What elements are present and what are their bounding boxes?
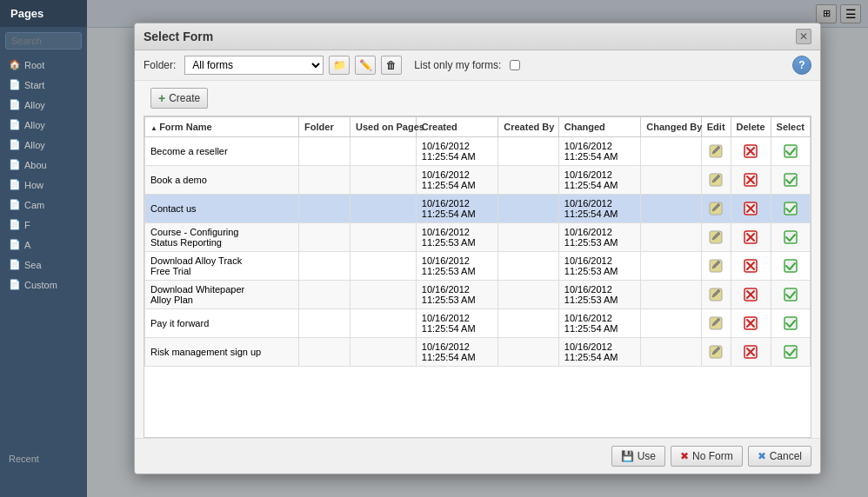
select-button[interactable] <box>782 229 799 246</box>
edit-button[interactable] <box>707 229 724 246</box>
edit-button[interactable] <box>707 343 724 361</box>
cell-select[interactable] <box>771 166 810 195</box>
cell-select[interactable] <box>771 137 810 166</box>
edit-button[interactable] <box>707 286 724 303</box>
use-button[interactable]: 💾 Use <box>611 446 665 467</box>
search-input[interactable] <box>5 32 82 50</box>
col-changed[interactable]: Changed <box>558 117 640 137</box>
edit-button[interactable] <box>707 171 724 189</box>
sidebar-item-root[interactable]: 🏠 Root <box>0 55 87 75</box>
no-form-button[interactable]: ✖ No Form <box>671 446 743 467</box>
delete-button[interactable] <box>742 315 759 332</box>
folder-select[interactable]: All forms <box>184 56 324 75</box>
cell-delete[interactable] <box>731 166 771 195</box>
col-edit[interactable]: Edit <box>701 117 731 137</box>
col-form-name[interactable]: Form Name <box>145 117 299 137</box>
cell-delete[interactable] <box>731 309 771 338</box>
sidebar-item-alloy3[interactable]: 📄 Alloy <box>0 135 87 155</box>
cell-select[interactable] <box>771 338 810 367</box>
select-button[interactable] <box>782 257 799 275</box>
sidebar-item-cam[interactable]: 📄 Cam <box>0 195 87 215</box>
cell-select[interactable] <box>771 252 810 281</box>
cell-delete[interactable] <box>731 338 771 367</box>
delete-button[interactable] <box>742 171 759 189</box>
sidebar-item-label: Alloy <box>24 100 45 110</box>
sidebar-item-f[interactable]: 📄 F <box>0 215 87 235</box>
home-icon: 🏠 <box>9 59 21 70</box>
col-created[interactable]: Created <box>416 117 497 137</box>
sidebar-item-a[interactable]: 📄 A <box>0 235 87 255</box>
cell-select[interactable] <box>771 223 810 252</box>
select-button[interactable] <box>782 171 799 189</box>
recent-label: Recent <box>9 454 39 464</box>
table-row[interactable]: Book a demo10/16/2012 11:25:54 AM10/16/2… <box>145 166 811 195</box>
table-row[interactable]: Contact us10/16/2012 11:25:54 AM10/16/20… <box>145 195 811 223</box>
sidebar-item-sea[interactable]: 📄 Sea <box>0 255 87 275</box>
delete-button[interactable] <box>742 257 759 275</box>
cell-delete[interactable] <box>731 223 771 252</box>
sidebar-item-alloy2[interactable]: 📄 Alloy <box>0 115 87 135</box>
cell-delete[interactable] <box>731 195 771 223</box>
edit-button[interactable] <box>707 200 724 217</box>
col-delete[interactable]: Delete <box>731 117 771 137</box>
select-button[interactable] <box>782 343 799 361</box>
cell-edit[interactable] <box>701 137 731 166</box>
delete-button[interactable] <box>742 142 759 160</box>
folder-browse-button[interactable]: 📁 <box>329 56 350 75</box>
cell-edit[interactable] <box>701 223 731 252</box>
delete-button[interactable] <box>742 286 759 303</box>
delete-button[interactable] <box>742 343 759 361</box>
select-button[interactable] <box>782 286 799 303</box>
cell-edit[interactable] <box>701 281 731 309</box>
close-button[interactable]: ✕ <box>796 29 811 44</box>
edit-button[interactable] <box>707 142 724 160</box>
cell-select[interactable] <box>771 309 810 338</box>
cell-edit[interactable] <box>701 252 731 281</box>
dialog-toolbar: Folder: All forms 📁 ✏️ 🗑 List only my fo… <box>135 50 820 81</box>
select-button[interactable] <box>782 315 799 332</box>
col-changed-by[interactable]: Changed By <box>641 117 702 137</box>
delete-button[interactable] <box>742 200 759 217</box>
cell-edit[interactable] <box>701 195 731 223</box>
edit-button[interactable] <box>707 257 724 275</box>
col-select[interactable]: Select <box>771 117 810 137</box>
table-row[interactable]: Become a reseller10/16/2012 11:25:54 AM1… <box>145 137 811 166</box>
edit-button[interactable] <box>707 315 724 332</box>
select-button[interactable] <box>782 142 799 160</box>
table-row[interactable]: Download Alloy Track Free Trial10/16/201… <box>145 252 811 281</box>
cell-edit[interactable] <box>701 338 731 367</box>
cell-edit[interactable] <box>701 309 731 338</box>
col-folder[interactable]: Folder <box>299 117 351 137</box>
sidebar-item-about[interactable]: 📄 Abou <box>0 155 87 175</box>
cell-changed: 10/16/2012 11:25:53 AM <box>558 252 640 281</box>
cell-delete[interactable] <box>731 252 771 281</box>
cell-select[interactable] <box>771 195 810 223</box>
col-used-on-pages[interactable]: Used on Pages <box>351 117 417 137</box>
help-button[interactable]: ? <box>792 56 811 75</box>
sidebar-item-custom[interactable]: 📄 Custom <box>0 275 87 295</box>
cell-delete[interactable] <box>731 281 771 309</box>
cell-select[interactable] <box>771 281 810 309</box>
forms-table-area[interactable]: Form Name Folder Used on Pages Created C… <box>144 116 811 438</box>
list-only-checkbox[interactable] <box>510 60 520 70</box>
table-row[interactable]: Download Whitepaper Alloy Plan10/16/2012… <box>145 281 811 309</box>
select-button[interactable] <box>782 200 799 217</box>
cell-delete[interactable] <box>731 137 771 166</box>
cell-changed: 10/16/2012 11:25:54 AM <box>558 195 640 223</box>
cell-edit[interactable] <box>701 166 731 195</box>
table-row[interactable]: Pay it forward10/16/2012 11:25:54 AM10/1… <box>145 309 811 338</box>
sidebar-item-how[interactable]: 📄 How <box>0 175 87 195</box>
folder-edit-button[interactable]: ✏️ <box>355 56 376 75</box>
sidebar-item-start[interactable]: 📄 Start <box>0 75 87 95</box>
delete-button[interactable] <box>742 229 759 246</box>
page-icon: 📄 <box>9 199 21 210</box>
sidebar-item-alloy1[interactable]: 📄 Alloy <box>0 95 87 115</box>
create-button[interactable]: + Create <box>150 88 208 109</box>
col-created-by[interactable]: Created By <box>498 117 558 137</box>
cancel-button[interactable]: ✖ Cancel <box>748 446 811 467</box>
table-row[interactable]: Course - Configuring Status Reporting10/… <box>145 223 811 252</box>
table-row[interactable]: Risk management sign up10/16/2012 11:25:… <box>145 338 811 367</box>
page-icon: 📄 <box>9 139 21 150</box>
cell-created_by <box>498 137 558 166</box>
folder-delete-button[interactable]: 🗑 <box>381 56 402 75</box>
